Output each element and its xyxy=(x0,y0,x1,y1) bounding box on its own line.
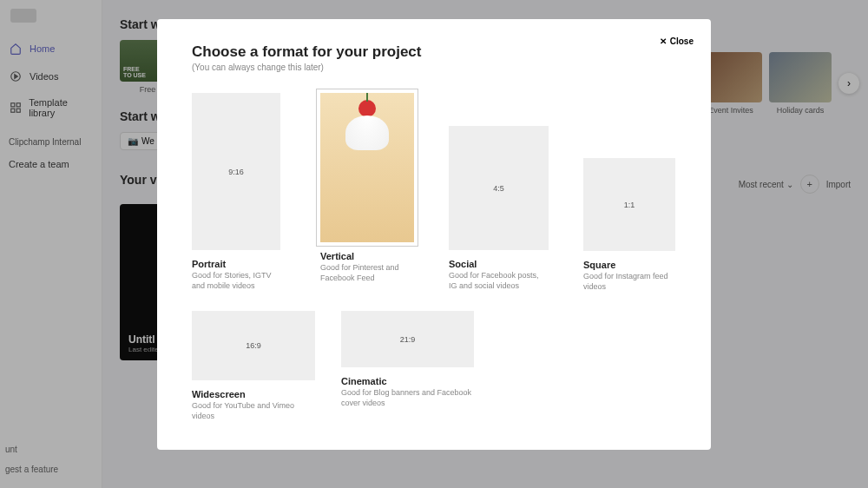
format-preview: 4:5 xyxy=(449,126,549,250)
close-icon: ✕ xyxy=(660,36,667,46)
modal-backdrop[interactable]: ✕ Close Choose a format for your project… xyxy=(0,0,868,488)
format-preview: 9:16 xyxy=(192,93,280,250)
close-button[interactable]: ✕ Close xyxy=(660,36,694,46)
format-vertical[interactable]: Vertical Good for Pinterest and Facebook… xyxy=(320,93,414,292)
format-cinematic[interactable]: 21:9 Cinematic Good for Blog banners and… xyxy=(341,311,474,421)
format-widescreen[interactable]: 16:9 Widescreen Good for YouTube and Vim… xyxy=(192,311,315,421)
format-preview xyxy=(320,93,414,242)
modal-subtitle: (You can always change this later) xyxy=(192,63,676,72)
modal-title: Choose a format for your project xyxy=(192,43,676,61)
format-preview: 21:9 xyxy=(341,311,474,367)
format-social[interactable]: 4:5 Social Good for Facebook posts, IG a… xyxy=(449,93,549,292)
format-preview: 16:9 xyxy=(192,311,315,380)
format-modal: ✕ Close Choose a format for your project… xyxy=(157,19,711,450)
format-preview: 1:1 xyxy=(583,158,675,251)
format-square[interactable]: 1:1 Square Good for Instagram feed video… xyxy=(583,93,675,292)
format-portrait[interactable]: 9:16 Portrait Good for Stories, IGTV and… xyxy=(192,93,286,292)
